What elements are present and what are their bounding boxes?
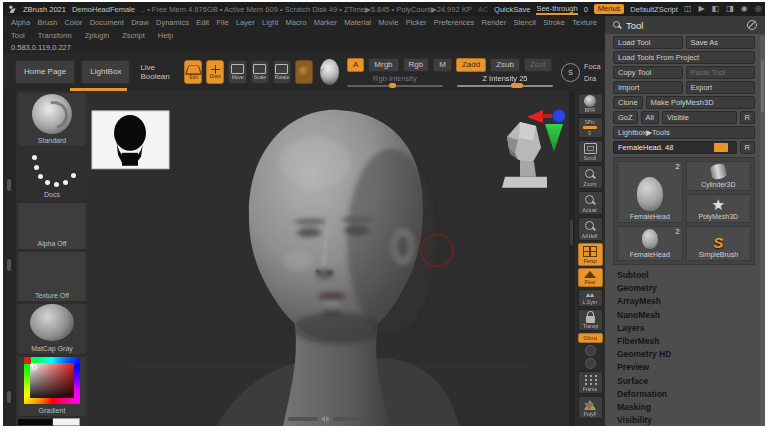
current-material-thumb[interactable]: MatCap Gray	[17, 303, 87, 355]
zsub-button[interactable]: Zsub	[490, 58, 520, 72]
current-texture-thumb[interactable]: Texture Off	[17, 251, 87, 302]
scale-button[interactable]: Scale	[251, 60, 269, 84]
section-fibermesh[interactable]: FiberMesh	[613, 335, 755, 348]
color-picker-square[interactable]	[24, 357, 80, 404]
default-zscript-button[interactable]: DefaultZScript	[630, 5, 678, 14]
menu-dynamics[interactable]: Dynamics	[156, 18, 189, 27]
current-stroke-thumb[interactable]: Docs	[17, 148, 87, 201]
divider-handle[interactable]	[570, 219, 573, 245]
color-picker[interactable]: Gradient	[17, 356, 87, 417]
main-color-swatch[interactable]	[17, 418, 53, 426]
polyf-button[interactable]: PolyF	[578, 396, 603, 419]
quicksave-button[interactable]: QuickSave	[494, 5, 530, 14]
tool-panel-scrollbar[interactable]	[760, 36, 765, 426]
menu-material[interactable]: Material	[344, 18, 371, 27]
section-surface[interactable]: Surface	[613, 375, 755, 388]
section-arraymesh[interactable]: ArrayMesh	[613, 295, 755, 308]
menu-transform[interactable]: Transform	[38, 31, 72, 40]
lightbox-button[interactable]: LightBox	[81, 60, 130, 84]
menu-tool[interactable]: Tool	[11, 31, 25, 40]
menu-draw[interactable]: Draw	[131, 18, 149, 27]
frame-button[interactable]: Frame	[578, 371, 603, 394]
menu-edit[interactable]: Edit	[196, 18, 209, 27]
section-nanomesh[interactable]: NanoMesh	[613, 309, 755, 322]
clone-button[interactable]: Clone	[613, 96, 643, 109]
zoom-button[interactable]: Zoom	[578, 165, 603, 189]
solo-button[interactable]	[585, 345, 596, 356]
mrgb-button[interactable]: Mrgb	[368, 58, 398, 72]
transp-button[interactable]: Transp	[578, 309, 603, 331]
lightbox-toggle-icon[interactable]: ▶	[698, 4, 704, 14]
menu-layer[interactable]: Layer	[236, 18, 255, 27]
load-tools-from-project-button[interactable]: Load Tools From Project	[613, 51, 755, 64]
bpr-button[interactable]: BPR	[578, 93, 603, 115]
z-intensity-handle[interactable]	[511, 83, 523, 88]
floor-button[interactable]: Floor	[578, 268, 603, 287]
menu-stencil[interactable]: Stencil	[514, 18, 537, 27]
tool-thumb-simplebrush[interactable]: S SimpleBrush	[686, 226, 752, 261]
panel-menu-icon[interactable]	[747, 20, 757, 30]
search-icon[interactable]	[613, 21, 621, 29]
tool-thumb-cylinder3d[interactable]: Cylinder3D	[686, 161, 752, 191]
menus-button[interactable]: Menus	[594, 4, 625, 14]
rgb-intensity-handle[interactable]	[389, 83, 396, 88]
tool-thumb-femalehead[interactable]: 2 FemaleHead	[617, 161, 683, 223]
focal-shift-slider[interactable]: Foca	[584, 62, 601, 71]
menu-brush[interactable]: Brush	[38, 18, 58, 27]
menu-zplugin[interactable]: Zplugin	[85, 31, 110, 40]
section-deformation[interactable]: Deformation	[613, 388, 755, 401]
zoom-doc-icon[interactable]: ◨	[726, 4, 734, 14]
lightbox-tools-button[interactable]: Lightbox▶Tools	[613, 126, 755, 139]
section-masking[interactable]: Masking	[613, 401, 755, 414]
a-button[interactable]: A	[347, 58, 364, 72]
menu-document[interactable]: Document	[90, 18, 124, 27]
slider-handle[interactable]	[714, 143, 729, 152]
draw-size-slider[interactable]: Dra	[584, 74, 601, 83]
load-tool-button[interactable]: Load Tool	[613, 36, 683, 49]
menu-picker[interactable]: Picker	[406, 18, 427, 27]
left-shelf-scrollbar[interactable]	[3, 91, 16, 426]
settings-icon[interactable]: ◎	[755, 4, 762, 14]
menu-zscript[interactable]: Zscript	[122, 31, 145, 40]
aahalf-button[interactable]: AAHalf	[578, 217, 603, 241]
scroll-button[interactable]: Scroll	[578, 140, 603, 163]
rotate-button[interactable]: Rotate	[273, 60, 291, 84]
zadd-button[interactable]: Zadd	[456, 58, 486, 72]
ghost-button[interactable]: Ghost	[578, 333, 603, 343]
dynamic-button[interactable]	[585, 358, 596, 369]
actual-button[interactable]: Actual	[578, 191, 603, 215]
move-button[interactable]: Move	[228, 60, 246, 84]
rgb-intensity-slider[interactable]: Rgb Intensity	[347, 75, 443, 87]
copy-tool-button[interactable]: Copy Tool	[613, 66, 683, 79]
lsym-button[interactable]: ▴▴ L.Sym	[578, 289, 603, 307]
current-brush-thumb[interactable]: Standard	[17, 92, 87, 147]
tool-thumb-femalehead-2[interactable]: 2 FemaleHead	[617, 226, 683, 261]
menu-light[interactable]: Light	[262, 18, 278, 27]
rgb-button[interactable]: Rgb	[403, 58, 430, 72]
see-through-slider[interactable]: See-through	[536, 4, 577, 15]
spix-slider[interactable]: SPix 3	[578, 117, 603, 138]
projection-master-icon[interactable]: ◫	[684, 4, 692, 14]
current-alpha-thumb[interactable]: Alpha Off	[17, 202, 87, 251]
menu-stroke[interactable]: Stroke	[543, 18, 565, 27]
user-icon[interactable]: ◉	[741, 4, 748, 14]
persp-button[interactable]: Persp	[578, 243, 603, 266]
menu-file[interactable]: File	[216, 18, 228, 27]
import-button[interactable]: Import	[613, 81, 683, 94]
live-boolean-button[interactable]: Live Boolean	[140, 63, 174, 81]
section-layers[interactable]: Layers	[613, 322, 755, 335]
menu-texture[interactable]: Texture	[572, 18, 597, 27]
edit-button[interactable]: Edit	[184, 60, 202, 84]
menu-movie[interactable]: Movie	[378, 18, 398, 27]
slider-r-button[interactable]: R	[740, 141, 755, 154]
section-geometry-hd[interactable]: Geometry HD	[613, 348, 755, 361]
export-button[interactable]: Export	[686, 81, 756, 94]
goz-r-button[interactable]: R	[740, 111, 755, 124]
section-visibility[interactable]: Visibility	[613, 414, 755, 426]
section-subtool[interactable]: Subtool	[613, 269, 755, 282]
menu-render[interactable]: Render	[482, 18, 507, 27]
document-canvas[interactable]	[89, 91, 569, 426]
goz-all-button[interactable]: All	[641, 111, 659, 124]
menu-marker[interactable]: Marker	[314, 18, 337, 27]
menu-alpha[interactable]: Alpha	[11, 18, 30, 27]
